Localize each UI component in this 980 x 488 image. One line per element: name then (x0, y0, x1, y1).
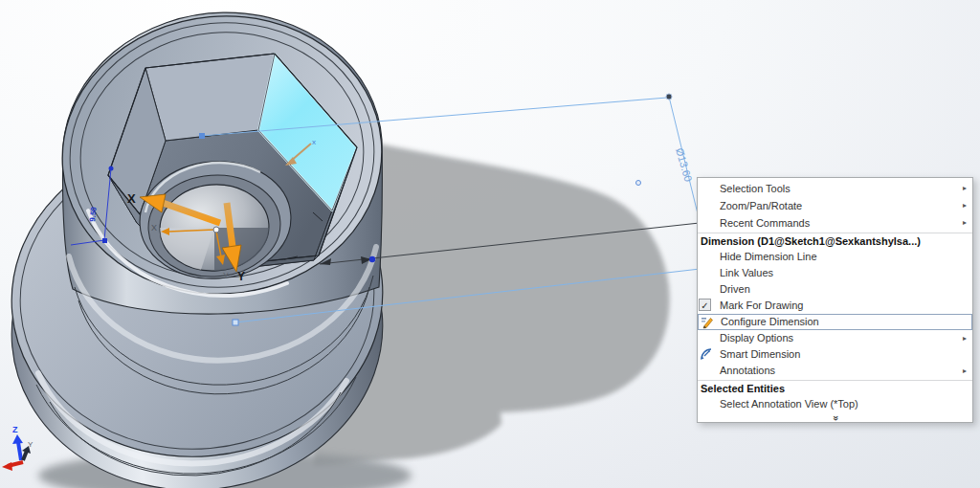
menu-item-label: Mark For Drawing (720, 299, 803, 311)
menu-item-driven[interactable]: Driven (698, 281, 972, 298)
menu-item-display-options[interactable]: Display Options ▸ (698, 330, 972, 346)
menu-header-selected-entities: Selected Entities (698, 382, 972, 396)
menu-item-link-values[interactable]: Link Values (698, 265, 972, 281)
menu-item-label: Hide Dimension Line (720, 251, 817, 262)
cad-viewport: X Y X Y x Ø13.60 9.50 Z (0, 0, 980, 488)
configure-dimension-icon (701, 316, 714, 329)
checkmark-icon: ✓ (699, 299, 711, 311)
selected-sketch-point (369, 256, 375, 262)
orientation-triad: Z Y (2, 425, 33, 471)
menu-item-label: Display Options (720, 332, 793, 344)
menu-separator (698, 380, 972, 381)
menu-item-label: Selection Tools (720, 183, 791, 194)
dim-mid-marker (636, 181, 641, 186)
y-axis-label-small: Y (223, 271, 229, 280)
menu-item-mark-for-drawing[interactable]: ✓ Mark For Drawing (698, 298, 972, 314)
menu-header-dimension: Dimension (D1@Sketch1@Sexkantshylsa...) (698, 234, 972, 249)
submenu-arrow-icon: ▸ (963, 197, 967, 214)
dim-endpoint-marker (666, 94, 672, 100)
menu-item-label: Recent Commands (720, 217, 810, 229)
menu-item-label: Configure Dimension (721, 316, 819, 327)
submenu-arrow-icon: ▸ (963, 363, 967, 379)
x-axis-label-big: X (127, 191, 136, 206)
triad-z-arrow (12, 434, 23, 444)
menu-separator (698, 233, 972, 233)
triad-x-arrow (2, 462, 12, 471)
menu-item-zoom-pan-rotate[interactable]: Zoom/Pan/Rotate ▸ (698, 197, 972, 214)
menu-item-label: Select Annotation View (*Top) (720, 398, 858, 410)
menu-item-selection-tools[interactable]: Selection Tools ▸ (698, 180, 972, 197)
menu-item-label: Zoom/Pan/Rotate (720, 200, 802, 211)
face-marker: x (312, 138, 316, 146)
hex-edge-handle (199, 133, 205, 139)
triad-z-label: Z (12, 425, 18, 434)
sketch-origin-point (213, 227, 219, 233)
menu-item-annotations[interactable]: Annotations ▸ (698, 363, 972, 379)
submenu-arrow-icon: ▸ (963, 214, 967, 232)
menu-item-select-annotation-view[interactable]: Select Annotation View (*Top) (698, 396, 972, 412)
menu-item-label: Driven (720, 283, 750, 295)
x-axis-label-small: X (151, 223, 157, 233)
diameter-dimension-text: Ø13.60 (674, 146, 694, 183)
menu-item-smart-dimension[interactable]: Smart Dimension (698, 346, 972, 363)
menu-item-hide-dimension-line[interactable]: Hide Dimension Line (698, 249, 972, 265)
smart-dimension-icon (700, 347, 713, 361)
chevron-down-icon: » (831, 415, 840, 421)
menu-item-label: Annotations (720, 365, 775, 376)
menu-item-label: Smart Dimension (720, 348, 800, 360)
menu-item-configure-dimension[interactable]: Configure Dimension (698, 314, 972, 330)
menu-expand-row[interactable]: » (698, 412, 972, 424)
menu-item-label: Link Values (720, 267, 773, 278)
menu-item-recent-commands[interactable]: Recent Commands ▸ (698, 214, 972, 232)
y-axis-label-big: Y (237, 270, 245, 283)
submenu-arrow-icon: ▸ (963, 180, 967, 197)
context-menu: Selection Tools ▸ Zoom/Pan/Rotate ▸ Rece… (697, 177, 973, 423)
submenu-arrow-icon: ▸ (963, 330, 967, 346)
left-dimension-text: 9.50 (88, 206, 99, 222)
triad-y-label: Y (28, 440, 33, 449)
dim-handle-square (233, 320, 238, 325)
